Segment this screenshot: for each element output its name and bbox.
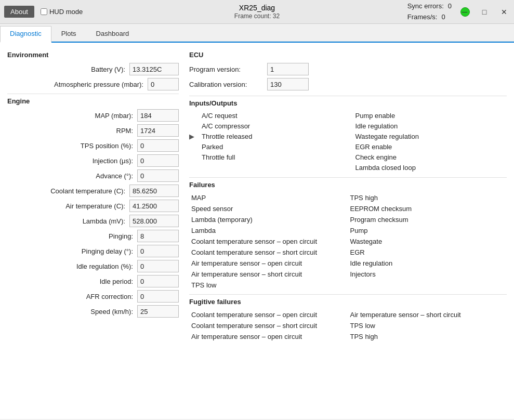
engine-field-input[interactable]	[137, 230, 179, 242]
hud-mode-label: HUD mode	[49, 8, 83, 16]
engine-field-input[interactable]	[129, 215, 179, 227]
fugitive-grid: Coolant temperature sensor – open circui…	[189, 310, 507, 342]
minimize-button[interactable]: ─	[455, 0, 475, 24]
io-item-col2: EGR enable	[353, 142, 507, 151]
engine-field-label: Pinging delay (°):	[7, 247, 137, 255]
battery-row: Battery (V):	[7, 63, 179, 75]
io-section: Inputs/Outputs A/C requestPump enableA/C…	[189, 99, 507, 172]
engine-field-row: MAP (mbar):	[7, 109, 179, 122]
engine-field-input[interactable]	[129, 185, 179, 197]
calibration-version-input[interactable]	[267, 78, 309, 90]
io-item-col2: Idle regulation	[353, 122, 507, 130]
engine-field-label: AFR correction:	[7, 293, 137, 300]
engine-field-label: RPM:	[7, 127, 137, 135]
io-grid: A/C requestPump enableA/C compressorIdle…	[189, 111, 507, 172]
window-controls: ─ □ ✕	[455, 0, 514, 24]
engine-field-label: TPS position (%):	[7, 142, 137, 150]
failure-item-col2: Pump	[348, 226, 507, 235]
failure-item-col1: MAP	[189, 193, 348, 203]
about-button[interactable]: About	[4, 6, 34, 18]
program-version-input[interactable]	[267, 63, 309, 75]
pressure-label: Atmospheric pressure (mbar):	[7, 81, 148, 88]
engine-field-row: Pinging:	[7, 230, 179, 242]
engine-field-row: Idle regulation (%):	[7, 260, 179, 272]
failures-grid: MAPTPS highSpeed sensorEEPROM checksumLa…	[189, 193, 507, 290]
battery-input[interactable]	[129, 63, 179, 75]
maximize-button[interactable]: □	[475, 0, 494, 24]
failure-item-col2: TPS high	[348, 193, 507, 203]
engine-field-row: TPS position (%):	[7, 139, 179, 152]
engine-field-input[interactable]	[137, 290, 179, 303]
sync-info: Sync errors: 0 Frames/s: 0	[407, 1, 452, 23]
engine-field-row: Pinging delay (°):	[7, 245, 179, 257]
io-arrow	[189, 111, 200, 120]
failure-item-col1: Coolant temperature sensor – open circui…	[189, 237, 348, 246]
io-item-col2: Wastegate regulation	[353, 132, 507, 141]
engine-field-label: Injection (μs):	[7, 157, 137, 165]
failure-item-col2: Program checksum	[348, 215, 507, 225]
app-title-main: XR25_diag	[234, 3, 280, 12]
sync-errors-label: Sync errors:	[407, 1, 444, 12]
engine-field-row: Idle period:	[7, 275, 179, 287]
left-column: Environment Battery (V): Atmospheric pre…	[7, 48, 179, 414]
engine-field-input[interactable]	[129, 200, 179, 212]
right-column: ECU Program version: Calibration version…	[189, 48, 507, 414]
ecu-title: ECU	[189, 51, 507, 59]
fugitive-item-col1: Air temperature sensor – open circuit	[189, 332, 348, 342]
engine-field-input[interactable]	[137, 109, 179, 122]
titlebar: About HUD mode XR25_diag Frame count: 32…	[0, 0, 514, 24]
failure-item-col1: Air temperature sensor – short circuit	[189, 269, 348, 279]
program-version-row: Program version:	[189, 63, 507, 75]
engine-field-input[interactable]	[137, 139, 179, 152]
engine-field-label: MAP (mbar):	[7, 112, 137, 120]
close-button[interactable]: ✕	[494, 0, 514, 24]
io-item-col2: Lambda closed loop	[353, 163, 507, 172]
engine-field-label: Idle regulation (%):	[7, 262, 137, 270]
failure-item-col2: EGR	[348, 247, 507, 257]
engine-field-row: Advance (°):	[7, 169, 179, 182]
hud-mode-checkbox[interactable]	[41, 8, 47, 15]
environment-title: Environment	[7, 51, 179, 59]
io-item-col1: Parked	[200, 142, 353, 151]
io-item-col1: A/C request	[200, 111, 353, 120]
tab-dashboard[interactable]: Dashboard	[86, 26, 139, 42]
io-item-col2: Check engine	[353, 153, 507, 162]
fugitive-section: Fugitive failures Coolant temperature se…	[189, 298, 507, 342]
io-arrow	[189, 142, 200, 151]
frames-value: 0	[441, 12, 445, 23]
fugitive-item-col2: TPS low	[348, 321, 507, 331]
io-item-col1: Throttle released	[200, 132, 353, 141]
failure-item-col1: Lambda (temporary)	[189, 215, 348, 225]
ecu-section: ECU Program version: Calibration version…	[189, 51, 507, 90]
fugitive-item-col2: Air temperature sensor – short circuit	[348, 310, 507, 320]
engine-field-row: AFR correction:	[7, 290, 179, 303]
io-arrow	[189, 153, 200, 162]
engine-field-input[interactable]	[137, 245, 179, 257]
engine-field-row: Injection (μs):	[7, 154, 179, 167]
engine-field-label: Speed (km/h):	[7, 308, 137, 316]
engine-field-input[interactable]	[137, 305, 179, 318]
pressure-input[interactable]	[148, 78, 179, 90]
engine-field-input[interactable]	[137, 154, 179, 167]
failure-item-col1: Coolant temperature sensor – short circu…	[189, 247, 348, 257]
program-version-label: Program version:	[189, 65, 267, 73]
io-arrow: ▶	[189, 132, 200, 141]
calibration-version-label: Calibration version:	[189, 81, 267, 88]
engine-field-label: Coolant temperature (C):	[7, 187, 129, 195]
io-item-col1: A/C compressor	[200, 122, 353, 130]
engine-field-input[interactable]	[137, 169, 179, 182]
failure-item-col2: Injectors	[348, 269, 507, 279]
engine-field-input[interactable]	[137, 260, 179, 272]
tab-plots[interactable]: Plots	[51, 26, 86, 42]
failure-item-col2	[348, 280, 507, 290]
failure-item-col1: Lambda	[189, 226, 348, 235]
engine-field-input[interactable]	[137, 275, 179, 287]
tab-bar: Diagnostic Plots Dashboard	[0, 24, 514, 43]
sync-errors-value: 0	[448, 1, 452, 12]
engine-field-input[interactable]	[137, 124, 179, 137]
tab-diagnostic[interactable]: Diagnostic	[0, 26, 51, 43]
fugitive-item-col1: Coolant temperature sensor – open circui…	[189, 310, 348, 320]
failures-section: Failures MAPTPS highSpeed sensorEEPROM c…	[189, 181, 507, 290]
io-title: Inputs/Outputs	[189, 99, 507, 107]
failure-item-col1: Air temperature sensor – open circuit	[189, 258, 348, 268]
